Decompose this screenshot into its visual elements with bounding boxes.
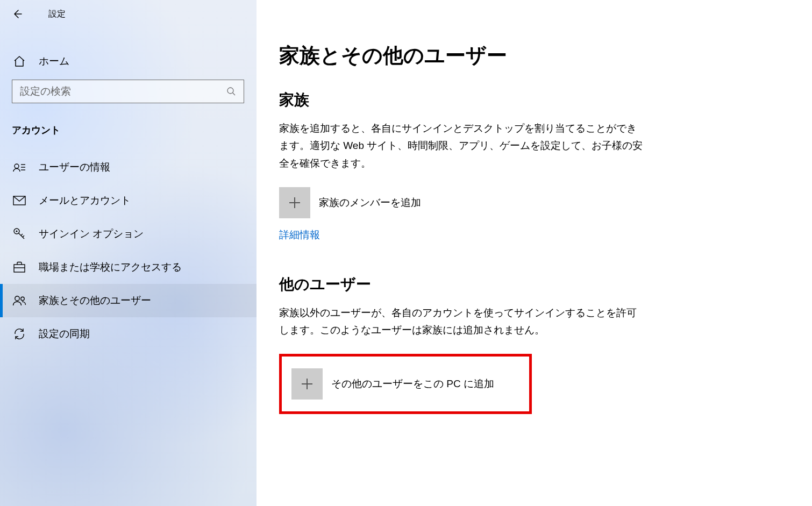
sidebar-item-label: サインイン オプション <box>39 227 144 241</box>
family-detail-link[interactable]: 詳細情報 <box>279 228 320 242</box>
svg-point-8 <box>16 230 17 232</box>
svg-point-0 <box>227 88 233 94</box>
plus-box <box>279 187 310 218</box>
sidebar-item-label: ホーム <box>39 54 69 68</box>
sidebar-category-header: アカウント <box>0 108 257 143</box>
svg-rect-9 <box>14 265 25 272</box>
sidebar-item-label: ユーザーの情報 <box>39 160 110 174</box>
sidebar-item-label: メールとアカウント <box>39 194 131 208</box>
category-label: アカウント <box>12 125 60 136</box>
sidebar-item-label: 設定の同期 <box>39 327 90 341</box>
search-box[interactable] <box>12 80 244 103</box>
key-icon <box>13 227 26 240</box>
sidebar: 設定 ホーム アカウント <box>0 0 257 506</box>
svg-line-1 <box>233 93 235 95</box>
sync-icon <box>13 327 26 340</box>
people-icon <box>12 295 26 307</box>
user-card-icon <box>13 162 26 173</box>
sidebar-item-sync-settings[interactable]: 設定の同期 <box>0 317 257 351</box>
svg-point-12 <box>21 297 24 300</box>
plus-icon <box>300 377 314 391</box>
sidebar-item-home[interactable]: ホーム <box>0 47 257 75</box>
sidebar-item-email-accounts[interactable]: メールとアカウント <box>0 184 257 217</box>
settings-window: 設定 ホーム アカウント <box>0 0 812 506</box>
back-button[interactable] <box>8 4 27 24</box>
sidebar-nav: ユーザーの情報 メールとアカウント <box>0 143 257 351</box>
search-icon <box>226 87 236 96</box>
plus-icon <box>288 196 302 210</box>
titlebar: 設定 <box>0 2 257 26</box>
search-container <box>0 75 257 108</box>
sidebar-item-signin-options[interactable]: サインイン オプション <box>0 217 257 251</box>
sidebar-item-your-info[interactable]: ユーザーの情報 <box>0 151 257 184</box>
svg-point-2 <box>15 164 19 168</box>
sidebar-item-work-school[interactable]: 職場または学校にアクセスする <box>0 251 257 284</box>
highlight-annotation: その他のユーザーをこの PC に追加 <box>279 354 532 414</box>
mail-icon <box>13 196 26 205</box>
svg-point-11 <box>15 296 19 301</box>
sidebar-item-label: 職場または学校にアクセスする <box>39 260 182 274</box>
home-icon <box>13 55 26 68</box>
sidebar-item-family-other-users[interactable]: 家族とその他のユーザー <box>0 284 257 317</box>
section-heading-family: 家族 <box>279 90 786 110</box>
add-other-user-label: その他のユーザーをこの PC に追加 <box>331 377 494 391</box>
section-heading-others: 他のユーザー <box>279 274 786 295</box>
add-family-label: 家族のメンバーを追加 <box>319 196 421 210</box>
app-title: 設定 <box>48 9 66 20</box>
briefcase-icon <box>13 261 26 273</box>
add-family-member-button[interactable]: 家族のメンバーを追加 <box>279 187 786 218</box>
search-input[interactable] <box>20 85 226 97</box>
family-description: 家族を追加すると、各自にサインインとデスクトップを割り当てることができます。適切… <box>279 120 645 172</box>
add-other-user-button[interactable]: その他のユーザーをこの PC に追加 <box>291 368 519 400</box>
others-description: 家族以外のユーザーが、各自のアカウントを使ってサインインすることを許可します。こ… <box>279 304 645 339</box>
plus-box <box>291 368 323 400</box>
main-content: 家族とその他のユーザー 家族 家族を追加すると、各自にサインインとデスクトップを… <box>257 0 812 506</box>
back-arrow-icon <box>12 9 23 19</box>
page-title: 家族とその他のユーザー <box>279 42 786 69</box>
sidebar-item-label: 家族とその他のユーザー <box>39 294 151 308</box>
